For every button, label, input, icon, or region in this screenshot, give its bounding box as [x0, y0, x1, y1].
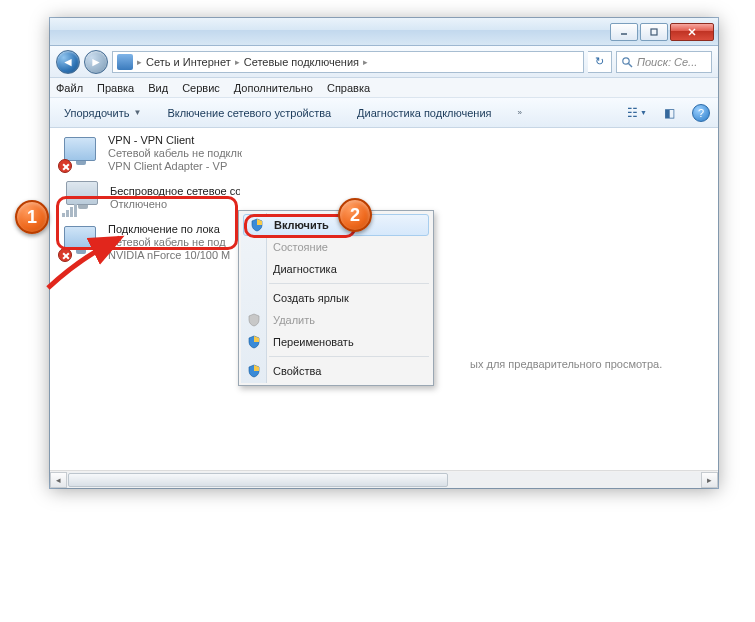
ctx-properties-label: Свойства [273, 365, 321, 377]
ctx-create-shortcut[interactable]: Создать ярлык [241, 287, 431, 309]
ctx-delete: Удалить [241, 309, 431, 331]
menubar: Файл Правка Вид Сервис Дополнительно Спр… [50, 78, 718, 98]
breadcrumb-level1[interactable]: Сеть и Интернет [146, 56, 231, 68]
connection-title: VPN - VPN Client [108, 134, 242, 147]
marker-1-label: 1 [27, 207, 37, 228]
organize-button[interactable]: Упорядочить ▼ [58, 104, 147, 122]
wireless-adapter-icon [60, 179, 104, 217]
ctx-properties[interactable]: Свойства [241, 360, 431, 382]
shield-icon [250, 218, 264, 232]
breadcrumb-level2[interactable]: Сетевые подключения [244, 56, 359, 68]
separator [269, 283, 429, 284]
enable-device-label: Включение сетевого устройства [167, 107, 331, 119]
ctx-enable-label: Включить [274, 219, 329, 231]
shield-icon [247, 335, 261, 349]
enable-device-button[interactable]: Включение сетевого устройства [161, 104, 337, 122]
help-button[interactable]: ? [692, 104, 710, 122]
menu-extra[interactable]: Дополнительно [234, 82, 313, 94]
chevron-right-icon: ▸ [137, 57, 142, 67]
menu-edit[interactable]: Правка [97, 82, 134, 94]
connection-device: VPN Client Adapter - VP [108, 160, 242, 173]
search-input[interactable]: Поиск: Се... [616, 51, 712, 73]
chevron-right-icon: ▸ [235, 57, 240, 67]
scroll-right-button[interactable]: ▸ [701, 472, 718, 488]
menu-service[interactable]: Сервис [182, 82, 220, 94]
preview-hint: ых для предварительного просмотра. [470, 358, 662, 370]
menu-help[interactable]: Справка [327, 82, 370, 94]
ctx-enable[interactable]: Включить [243, 214, 429, 236]
chevron-double-icon: » [518, 108, 522, 117]
view-mode-button[interactable]: ☷▼ [628, 105, 646, 121]
minimize-button[interactable] [610, 23, 638, 41]
shield-icon [247, 313, 261, 327]
svg-line-5 [629, 63, 633, 67]
menu-file[interactable]: Файл [56, 82, 83, 94]
scroll-thumb[interactable] [68, 473, 448, 487]
ctx-diagnostics[interactable]: Диагностика [241, 258, 431, 280]
shield-icon [247, 364, 261, 378]
command-bar: Упорядочить ▼ Включение сетевого устройс… [50, 98, 718, 128]
context-menu: Включить Состояние Диагностика Создать я… [238, 210, 434, 386]
forward-button[interactable]: ► [84, 50, 108, 74]
ctx-state-label: Состояние [273, 241, 328, 253]
preview-pane-button[interactable]: ◧ [660, 105, 678, 121]
list-item[interactable]: VPN - VPN Client Сетевой кабель не подкл… [50, 132, 250, 175]
refresh-button[interactable]: ↻ [588, 51, 612, 73]
connection-title: Беспроводное сетевое соединение [110, 185, 240, 198]
network-icon [117, 54, 133, 70]
ctx-rename[interactable]: Переименовать [241, 331, 431, 353]
list-item-selected[interactable]: Беспроводное сетевое соединение Отключен… [50, 175, 250, 221]
search-icon [621, 56, 633, 68]
breadcrumb[interactable]: ▸ Сеть и Интернет ▸ Сетевые подключения … [112, 51, 584, 73]
address-bar: ◄ ► ▸ Сеть и Интернет ▸ Сетевые подключе… [50, 46, 718, 78]
close-button[interactable] [670, 23, 714, 41]
connection-status: Сетевой кабель не подключ [108, 147, 242, 160]
ctx-rename-label: Переименовать [273, 336, 354, 348]
chevron-down-icon: ▼ [133, 108, 141, 117]
titlebar [50, 18, 718, 46]
ctx-delete-label: Удалить [273, 314, 315, 326]
ctx-state: Состояние [241, 236, 431, 258]
scroll-left-button[interactable]: ◂ [50, 472, 67, 488]
chevron-right-icon: ▸ [363, 57, 368, 67]
network-adapter-icon [58, 135, 102, 173]
ctx-diagnostics-label: Диагностика [273, 263, 337, 275]
more-button[interactable]: » [512, 105, 528, 120]
separator [269, 356, 429, 357]
svg-point-4 [623, 57, 629, 63]
svg-rect-1 [651, 29, 657, 35]
back-button[interactable]: ◄ [56, 50, 80, 74]
horizontal-scrollbar[interactable]: ◂ ▸ [50, 470, 718, 488]
ctx-shortcut-label: Создать ярлык [273, 292, 349, 304]
search-placeholder: Поиск: Се... [637, 56, 697, 68]
organize-label: Упорядочить [64, 107, 129, 119]
menu-view[interactable]: Вид [148, 82, 168, 94]
diagnose-label: Диагностика подключения [357, 107, 491, 119]
marker-2-label: 2 [350, 205, 360, 226]
diagnose-button[interactable]: Диагностика подключения [351, 104, 497, 122]
connection-status: Отключено [110, 198, 240, 211]
annotation-arrow [40, 218, 150, 308]
annotation-marker-2: 2 [338, 198, 372, 232]
scroll-track[interactable] [67, 472, 701, 488]
annotation-marker-1: 1 [15, 200, 49, 234]
maximize-button[interactable] [640, 23, 668, 41]
